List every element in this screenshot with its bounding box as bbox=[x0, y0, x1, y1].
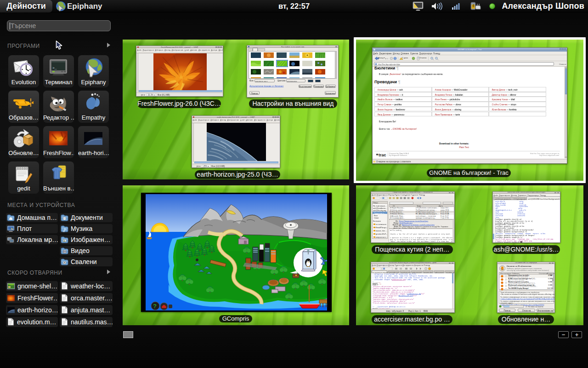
svg-text:✉ Kaloian Dimitro…: ✉ Kaloian Dimitro… bbox=[390, 213, 405, 215]
svg-text:и По [Evolution-съвет] въпрос…: и По [Evolution-съвет] въпрос… bbox=[416, 207, 438, 209]
svg-text:8 ное 21:45: 8 ное 21:45 bbox=[441, 213, 449, 215]
svg-text:✉ Мария Иванова…: ✉ Мария Иванова… bbox=[390, 207, 405, 209]
svg-text:3.2MB: 3.2MB bbox=[548, 281, 552, 283]
svg-text:8 ное 15:42: 8 ное 15:42 bbox=[441, 211, 449, 213]
svg-text:3.2MB: 3.2MB bbox=[548, 284, 552, 286]
svg-text:Re: [Еволюшън] боклуци в …: Re: [Еволюшън] боклуци в … bbox=[416, 213, 439, 215]
svg-text:?: ? bbox=[153, 303, 157, 310]
svg-text:вчера 16:4…: вчера 16:4… bbox=[441, 207, 450, 209]
svg-text:>_: >_ bbox=[52, 66, 57, 70]
svg-text:The GNOME Display Manager: The GNOME Display Manager bbox=[508, 288, 529, 289]
svg-text:✉ Станимир Джев…: ✉ Станимир Джев… bbox=[390, 217, 405, 219]
svg-text:7 ное 17:35: 7 ное 17:35 bbox=[441, 217, 449, 219]
svg-text:6.2MB: 6.2MB bbox=[548, 278, 552, 280]
svg-text:✉ Alexander Shop…: ✉ Alexander Shop… bbox=[390, 215, 404, 217]
svg-text:trac: trac bbox=[379, 153, 386, 157]
svg-text:✉ Явор Доганов…: ✉ Явор Доганов… bbox=[390, 211, 403, 213]
svg-text:1002 KB: 1002 KB bbox=[547, 288, 553, 289]
svg-text:По [Филтрирано] доклад в…: По [Филтрирано] доклад в… bbox=[416, 211, 436, 213]
svg-text:3.7MB: 3.7MB bbox=[548, 275, 553, 276]
svg-text:преводът на метацити в g…: преводът на метацити в g… bbox=[416, 217, 436, 219]
svg-text:8 ное 11:27: 8 ное 11:27 bbox=[441, 215, 449, 217]
svg-text:както обещах — статистики: както обещах — статистики bbox=[416, 215, 436, 217]
